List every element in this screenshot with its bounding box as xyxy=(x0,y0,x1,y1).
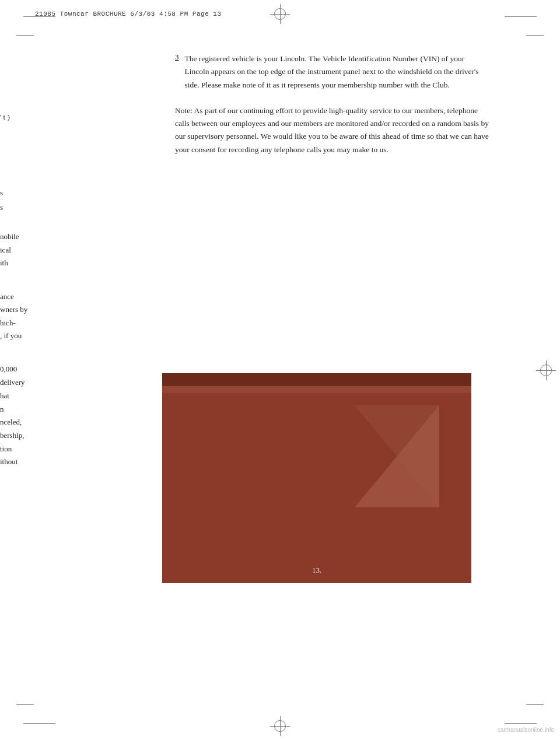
corner-line-bl xyxy=(16,704,34,705)
left-partial-8: hich- xyxy=(0,317,16,329)
main-content: 3 The registered vehicle is your Lincoln… xyxy=(175,52,490,156)
crop-mark-bottom-right xyxy=(505,723,537,724)
para-number-3: 3 xyxy=(175,52,179,62)
reg-mark-right xyxy=(540,364,552,376)
left-partial-12: hat xyxy=(0,390,9,402)
watermark: carmanualsoniine.info xyxy=(498,727,554,733)
left-partial-13: n xyxy=(0,403,4,415)
header-bar: 21085 Towncar BROCHURE 6/3/03 4:58 PM Pa… xyxy=(35,10,525,17)
paragraph-3: 3 The registered vehicle is your Lincoln… xyxy=(175,52,490,92)
left-partial-9: , if you xyxy=(0,329,22,342)
left-partial-10: 0,000 xyxy=(0,363,17,375)
para-text-3: The registered vehicle is your Lincoln. … xyxy=(185,52,491,92)
image-top-bar xyxy=(162,373,471,386)
left-partial-4: ical xyxy=(0,244,11,256)
note-paragraph: Note: As part of our continuing effort t… xyxy=(175,104,490,156)
page-number: 13. xyxy=(312,566,321,575)
crop-mark-bottom-left xyxy=(23,723,55,724)
left-partial-15: bership, xyxy=(0,429,24,441)
corner-line-tr xyxy=(526,35,544,36)
left-partial-0: ' t ) xyxy=(0,111,10,123)
left-partial-1: s xyxy=(0,187,3,199)
file-info: 21085 Towncar BROCHURE 6/3/03 4:58 PM Pa… xyxy=(35,10,222,17)
left-partial-3: nobile xyxy=(0,230,19,243)
left-partial-7: wners by xyxy=(0,303,27,315)
reg-mark-bottom xyxy=(274,720,286,732)
left-partial-5: ith xyxy=(0,257,8,269)
image-stripe xyxy=(162,386,471,393)
corner-line-tl xyxy=(16,35,34,36)
left-partial-6: ance xyxy=(0,290,14,303)
image-shape-2 xyxy=(355,405,439,507)
left-partial-16: tion xyxy=(0,443,12,455)
left-partial-17: ithout xyxy=(0,455,18,468)
left-partial-14: nceled, xyxy=(0,416,22,428)
vehicle-image: 13. xyxy=(162,373,471,583)
left-partial-11: delivery xyxy=(0,376,25,388)
corner-line-br xyxy=(526,704,544,705)
left-partial-2: s xyxy=(0,201,3,213)
